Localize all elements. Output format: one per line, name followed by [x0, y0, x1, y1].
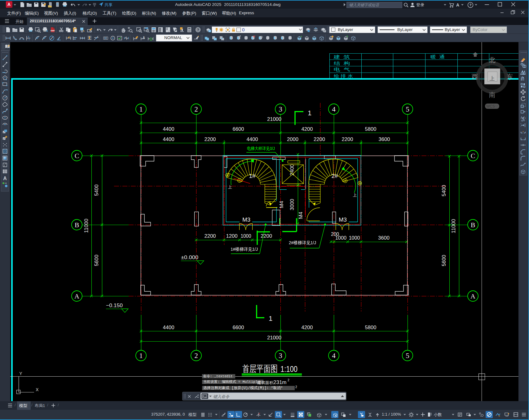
svg-text:3600: 3600: [378, 235, 390, 241]
svg-text:5: 5: [406, 352, 409, 360]
svg-text:2200: 2200: [261, 233, 272, 239]
svg-text:电梯大样详见0/J: 电梯大样详见0/J: [247, 146, 275, 151]
svg-text:6600: 6600: [233, 126, 244, 132]
svg-text:5400: 5400: [94, 184, 99, 196]
svg-text:电 气: 电 气: [334, 67, 350, 72]
svg-text:2#: 2#: [331, 173, 338, 179]
svg-text:2200: 2200: [205, 233, 216, 239]
svg-text:Y: Y: [29, 38, 30, 41]
svg-text:西: 西: [472, 73, 478, 80]
svg-text:4200: 4200: [302, 325, 313, 330]
svg-text:M3: M3: [339, 217, 347, 223]
svg-text:11000: 11000: [451, 219, 456, 233]
svg-text:4400: 4400: [247, 136, 258, 142]
svg-text:1000: 1000: [240, 233, 251, 239]
svg-text:2200: 2200: [342, 136, 353, 142]
svg-text:DWF: DWF: [51, 29, 55, 32]
svg-text:A: A: [3, 176, 7, 181]
svg-text:上: 上: [228, 185, 232, 189]
svg-text:上: 上: [490, 76, 495, 82]
svg-text:北: 北: [489, 56, 496, 64]
svg-text:2200: 2200: [205, 136, 216, 142]
svg-text:1#: 1#: [249, 173, 256, 179]
svg-text:B: B: [75, 221, 79, 229]
svg-text:B: B: [471, 221, 475, 229]
svg-text:结 构: 结 构: [334, 61, 350, 66]
svg-text:4: 4: [332, 105, 336, 113]
svg-text:2#楼梯详见1/J: 2#楼梯详见1/J: [289, 240, 316, 245]
svg-text:上: 上: [353, 193, 357, 197]
svg-text:X: X: [36, 387, 39, 392]
svg-text:首层平面图: 首层平面图: [242, 364, 278, 374]
svg-text:A: A: [470, 292, 475, 300]
svg-text:5: 5: [406, 105, 409, 113]
svg-text:4200: 4200: [302, 126, 313, 132]
svg-text:给 排 水: 给 排 水: [334, 73, 353, 78]
svg-text:2000: 2000: [287, 136, 298, 142]
svg-text:1#楼梯详见1/J: 1#楼梯详见1/J: [231, 247, 258, 252]
svg-text:200: 200: [331, 231, 339, 237]
svg-text:3600: 3600: [379, 136, 390, 142]
svg-text:1: 1: [269, 315, 272, 322]
svg-text:−0.150: −0.150: [106, 303, 123, 308]
svg-text:4: 4: [332, 352, 336, 360]
svg-text:A: A: [456, 2, 459, 7]
svg-text:南: 南: [489, 91, 496, 98]
svg-text:21000: 21000: [267, 116, 281, 122]
svg-text:6600: 6600: [233, 325, 244, 330]
svg-text:4400: 4400: [163, 325, 174, 330]
svg-text:1:100: 1:100: [280, 365, 298, 374]
svg-text:3000: 3000: [289, 199, 295, 210]
svg-text:C: C: [471, 152, 475, 160]
svg-text:21000: 21000: [267, 335, 281, 341]
svg-text:2: 2: [194, 352, 198, 360]
svg-text:5600: 5600: [94, 255, 99, 266]
svg-text:3: 3: [279, 105, 282, 113]
svg-text:M4: M4: [298, 212, 304, 219]
svg-text:5800: 5800: [365, 126, 377, 132]
svg-text:C: C: [75, 152, 79, 160]
svg-text:Y: Y: [19, 371, 22, 376]
svg-text:?: ?: [197, 28, 199, 32]
svg-text:建 筑: 建 筑: [333, 54, 350, 59]
svg-text:1: 1: [139, 352, 143, 360]
svg-text:暖 通: 暖 通: [430, 54, 445, 59]
svg-text:±0.000: ±0.000: [181, 254, 198, 260]
svg-text:1000: 1000: [349, 235, 360, 241]
svg-text:A: A: [143, 36, 145, 39]
svg-text:4400: 4400: [163, 126, 174, 132]
svg-text:X: X: [28, 36, 29, 38]
svg-text:2200: 2200: [314, 136, 325, 142]
svg-text:2: 2: [194, 105, 198, 113]
svg-text:5800: 5800: [365, 325, 377, 330]
svg-text:?: ?: [469, 3, 472, 7]
svg-text:M3: M3: [242, 217, 250, 223]
svg-text:5600: 5600: [441, 255, 447, 266]
svg-text:1200: 1200: [226, 233, 238, 239]
svg-text:2400: 2400: [289, 164, 295, 176]
svg-text:A: A: [74, 292, 79, 300]
svg-text:11000: 11000: [83, 219, 89, 233]
svg-text:5400: 5400: [441, 185, 447, 197]
svg-text:WCS: WCS: [486, 104, 495, 108]
svg-text:东: 东: [507, 73, 513, 80]
svg-text:1: 1: [308, 109, 311, 117]
svg-text:3: 3: [279, 352, 282, 360]
svg-text:4400: 4400: [163, 136, 174, 142]
svg-text:M4: M4: [279, 201, 284, 208]
svg-text:1: 1: [139, 105, 143, 113]
